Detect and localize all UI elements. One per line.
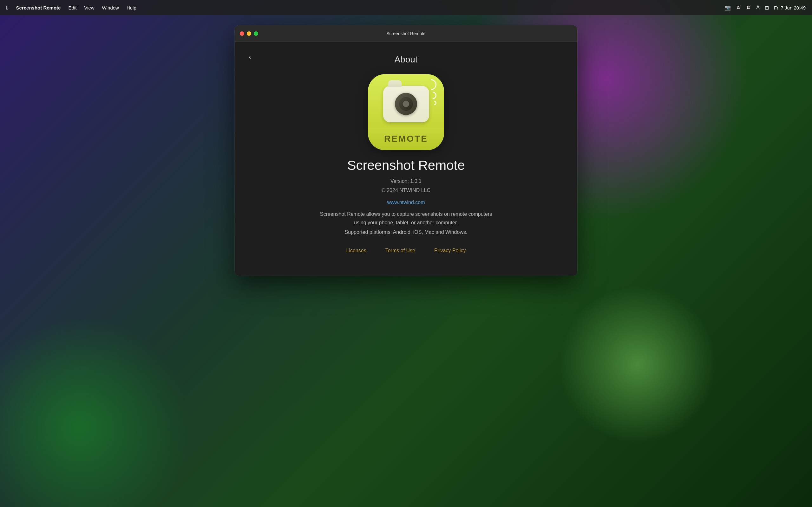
display-icon[interactable]: 🖥 (736, 5, 741, 10)
copyright-text: © 2024 NTWIND LLC (382, 187, 430, 193)
footer-links: Licenses Terms of Use Privacy Policy (346, 248, 466, 253)
icon-top-half (368, 74, 444, 127)
traffic-lights (240, 32, 258, 36)
privacy-policy-link[interactable]: Privacy Policy (434, 248, 466, 253)
screenshot-icon[interactable]: 📷 (724, 5, 731, 11)
menubar-datetime: Fri 7 Jun 20:49 (774, 5, 806, 10)
close-button[interactable] (240, 32, 244, 36)
camera-lens-core (403, 101, 409, 107)
camera-lens-inner (399, 97, 413, 111)
back-button[interactable]: ‹ (244, 51, 256, 63)
screen-icon[interactable]: 🖥 (746, 5, 751, 10)
bg-blob-green-right (558, 285, 717, 444)
back-arrow-icon: ‹ (249, 54, 251, 60)
menubar-window[interactable]: Window (102, 5, 119, 10)
app-version: Version: 1.0.1 © 2024 NTWIND LLC (382, 177, 430, 195)
description-text2: using your phone, tablet, or another com… (354, 220, 458, 225)
app-window: Screenshot Remote ‹ About (235, 25, 577, 276)
titlebar: Screenshot Remote (235, 25, 577, 42)
remote-text: REMOTE (384, 134, 428, 144)
menubar-edit[interactable]: Edit (68, 5, 77, 10)
menubar-app-name[interactable]: Screenshot Remote (16, 5, 61, 10)
menubar-left:  Screenshot Remote Edit View Window Hel… (6, 4, 136, 11)
camera-lens-outer (395, 93, 417, 115)
website-link[interactable]: www.ntwind.com (387, 200, 425, 205)
bg-blob-green-left (0, 317, 190, 507)
version-text: Version: 1.0.1 (391, 178, 421, 184)
app-name-heading: Screenshot Remote (347, 158, 465, 173)
maximize-button[interactable] (254, 32, 258, 36)
app-description-line1: Screenshot Remote allows you to capture … (320, 210, 492, 227)
apple-menu[interactable]:  (6, 4, 9, 11)
controlcenter-icon[interactable]: ⊟ (765, 5, 769, 11)
text-icon[interactable]: A (756, 5, 760, 10)
window-content: ‹ About (235, 42, 577, 276)
menubar:  Screenshot Remote Edit View Window Hel… (0, 0, 812, 15)
terms-of-use-link[interactable]: Terms of Use (386, 248, 415, 253)
description-text1: Screenshot Remote allows you to capture … (320, 211, 492, 217)
app-icon-wrapper: REMOTE (368, 74, 444, 150)
menubar-view[interactable]: View (84, 5, 94, 10)
menubar-right: 📷 🖥 🖥 A ⊟ Fri 7 Jun 20:49 (724, 5, 806, 11)
app-icon: REMOTE (368, 74, 444, 150)
window-title: Screenshot Remote (386, 31, 426, 36)
menubar-help[interactable]: Help (126, 5, 136, 10)
app-platforms: Supported platforms: Android, iOS, Mac a… (345, 229, 467, 235)
minimize-button[interactable] (247, 32, 251, 36)
page-title: About (394, 55, 417, 65)
licenses-link[interactable]: Licenses (346, 248, 366, 253)
camera-hump (388, 80, 402, 87)
camera-body (383, 86, 429, 122)
wifi-arc-small (431, 100, 438, 106)
icon-bottom-half: REMOTE (368, 127, 444, 150)
